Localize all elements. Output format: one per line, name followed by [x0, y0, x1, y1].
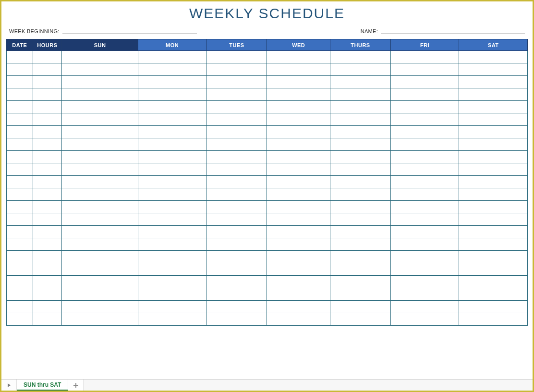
table-cell[interactable]	[33, 101, 61, 113]
table-cell[interactable]	[267, 201, 330, 213]
table-cell[interactable]	[330, 288, 390, 301]
table-cell[interactable]	[391, 151, 459, 163]
table-cell[interactable]	[33, 276, 61, 288]
table-cell[interactable]	[391, 301, 459, 313]
table-cell[interactable]	[459, 251, 528, 263]
table-cell[interactable]	[391, 188, 459, 201]
table-cell[interactable]	[459, 176, 528, 188]
table-cell[interactable]	[206, 138, 267, 151]
table-cell[interactable]	[62, 201, 138, 213]
table-cell[interactable]	[138, 138, 206, 151]
table-cell[interactable]	[459, 76, 528, 88]
table-cell[interactable]	[33, 51, 61, 63]
table-cell[interactable]	[206, 226, 267, 238]
add-sheet-button[interactable]	[68, 380, 84, 391]
table-cell[interactable]	[330, 76, 390, 88]
sheet-tab-active[interactable]: SUN thru SAT	[17, 380, 68, 391]
table-cell[interactable]	[62, 226, 138, 238]
table-cell[interactable]	[138, 288, 206, 301]
table-cell[interactable]	[391, 138, 459, 151]
table-cell[interactable]	[138, 151, 206, 163]
table-cell[interactable]	[330, 301, 390, 313]
table-cell[interactable]	[267, 76, 330, 88]
table-cell[interactable]	[330, 113, 390, 126]
table-cell[interactable]	[267, 226, 330, 238]
table-cell[interactable]	[7, 251, 33, 263]
table-cell[interactable]	[7, 238, 33, 251]
table-cell[interactable]	[138, 301, 206, 313]
table-cell[interactable]	[206, 213, 267, 226]
table-cell[interactable]	[33, 213, 61, 226]
table-cell[interactable]	[138, 263, 206, 276]
table-cell[interactable]	[459, 313, 528, 326]
table-cell[interactable]	[459, 151, 528, 163]
table-cell[interactable]	[33, 176, 61, 188]
table-cell[interactable]	[206, 251, 267, 263]
table-cell[interactable]	[330, 88, 390, 101]
table-cell[interactable]	[62, 176, 138, 188]
table-cell[interactable]	[459, 238, 528, 251]
table-cell[interactable]	[62, 188, 138, 201]
table-cell[interactable]	[206, 238, 267, 251]
table-cell[interactable]	[267, 288, 330, 301]
table-cell[interactable]	[459, 163, 528, 176]
table-cell[interactable]	[391, 126, 459, 138]
table-cell[interactable]	[391, 163, 459, 176]
table-cell[interactable]	[267, 301, 330, 313]
table-cell[interactable]	[62, 151, 138, 163]
table-cell[interactable]	[62, 313, 138, 326]
table-cell[interactable]	[391, 226, 459, 238]
table-cell[interactable]	[267, 176, 330, 188]
table-cell[interactable]	[7, 263, 33, 276]
table-cell[interactable]	[33, 88, 61, 101]
table-cell[interactable]	[459, 113, 528, 126]
table-cell[interactable]	[206, 163, 267, 176]
table-cell[interactable]	[138, 51, 206, 63]
table-cell[interactable]	[267, 313, 330, 326]
table-cell[interactable]	[330, 51, 390, 63]
table-cell[interactable]	[33, 313, 61, 326]
table-cell[interactable]	[391, 201, 459, 213]
table-cell[interactable]	[459, 226, 528, 238]
table-cell[interactable]	[391, 101, 459, 113]
table-cell[interactable]	[391, 276, 459, 288]
table-cell[interactable]	[206, 176, 267, 188]
table-cell[interactable]	[391, 313, 459, 326]
table-cell[interactable]	[391, 176, 459, 188]
table-cell[interactable]	[7, 88, 33, 101]
table-cell[interactable]	[330, 276, 390, 288]
table-cell[interactable]	[7, 126, 33, 138]
table-cell[interactable]	[459, 263, 528, 276]
table-cell[interactable]	[138, 176, 206, 188]
table-cell[interactable]	[7, 201, 33, 213]
table-cell[interactable]	[138, 226, 206, 238]
table-cell[interactable]	[330, 238, 390, 251]
table-cell[interactable]	[138, 188, 206, 201]
table-cell[interactable]	[267, 213, 330, 226]
table-cell[interactable]	[138, 113, 206, 126]
table-cell[interactable]	[391, 238, 459, 251]
table-cell[interactable]	[459, 138, 528, 151]
table-cell[interactable]	[459, 126, 528, 138]
table-cell[interactable]	[33, 301, 61, 313]
table-cell[interactable]	[62, 138, 138, 151]
table-cell[interactable]	[459, 213, 528, 226]
table-cell[interactable]	[267, 263, 330, 276]
table-cell[interactable]	[138, 101, 206, 113]
table-cell[interactable]	[330, 263, 390, 276]
table-cell[interactable]	[7, 76, 33, 88]
table-cell[interactable]	[7, 113, 33, 126]
table-cell[interactable]	[138, 313, 206, 326]
table-cell[interactable]	[330, 101, 390, 113]
table-cell[interactable]	[7, 51, 33, 63]
table-cell[interactable]	[330, 313, 390, 326]
table-cell[interactable]	[33, 188, 61, 201]
table-cell[interactable]	[7, 63, 33, 76]
table-cell[interactable]	[7, 188, 33, 201]
table-cell[interactable]	[330, 176, 390, 188]
table-cell[interactable]	[330, 251, 390, 263]
table-cell[interactable]	[267, 151, 330, 163]
table-cell[interactable]	[267, 113, 330, 126]
table-cell[interactable]	[138, 276, 206, 288]
table-cell[interactable]	[330, 188, 390, 201]
